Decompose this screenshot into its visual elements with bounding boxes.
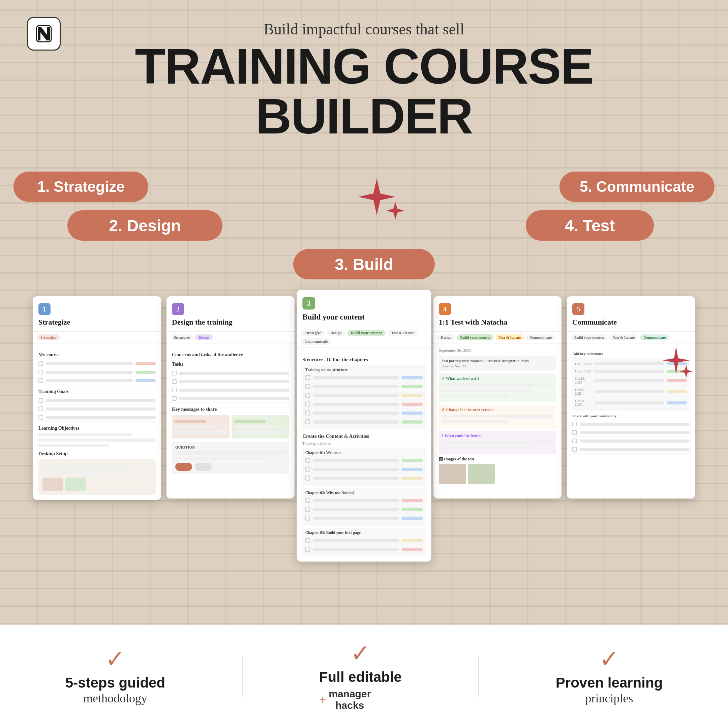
nav-item[interactable]: Communicate (301, 338, 331, 345)
mock-item (572, 428, 690, 437)
nav-item[interactable]: Strategize (301, 330, 324, 336)
step-3-pill[interactable]: 3. Build (293, 249, 435, 279)
step-2-pill[interactable]: 2. Design (67, 210, 222, 241)
steps-section: 1. Strategize 2. Design 3. Build 4. Test… (0, 148, 728, 289)
card-1-nav: Strategize (33, 332, 161, 343)
content-line (38, 433, 132, 436)
card-2-body: Concerns and tasks of the audience Tasks… (167, 343, 295, 479)
feature-1-sublabel: methodology (66, 691, 165, 705)
mock-item (172, 394, 289, 403)
mock-item (305, 418, 423, 426)
step-1-label: 1. Strategize (37, 178, 124, 195)
nav-design[interactable]: Design (195, 334, 213, 340)
card-1-header: 1 Strategize (33, 296, 161, 332)
mock-item (305, 536, 423, 545)
nav-item[interactable]: Test & Iterate (609, 334, 638, 340)
mock-item (305, 465, 423, 474)
mock-item (38, 413, 156, 422)
mock-item (572, 445, 690, 454)
sparkle-decoration (356, 175, 410, 229)
nav-item[interactable]: Communicate (526, 334, 555, 340)
card-1-title: Strategize (38, 318, 156, 327)
content-line (174, 425, 216, 428)
card-4-number: 4 (439, 303, 451, 315)
feature-principles: ✓ Proven learning principles (556, 647, 662, 705)
mock-item (305, 456, 423, 465)
nav-item[interactable]: Design (327, 330, 345, 336)
feature-3-label: Proven learning (556, 674, 662, 691)
step-3-label: 3. Build (335, 255, 393, 274)
checkmark-2: ✓ (350, 642, 370, 665)
step-2-label: 2. Design (109, 216, 180, 235)
mock-item (305, 391, 423, 400)
mock-item (38, 359, 156, 368)
section-tasks: Tasks (172, 362, 289, 367)
card-1-body: My course Training Goals Learning Object… (33, 343, 161, 500)
card-3-body: Structure - Define the chapters Training… (297, 348, 431, 561)
card-3-header: 3 Build your content (297, 290, 431, 327)
card-4-title: 1:1 Test with Natacha (439, 318, 556, 327)
mock-item (38, 396, 156, 405)
mock-item (305, 514, 423, 522)
nav-item[interactable]: Design (437, 334, 455, 340)
bottom-section: ✓ 5-steps guided methodology ✓ Full edit… (0, 625, 728, 728)
checkmark-1: ✓ (105, 647, 125, 671)
subtitle: Build impactful courses that sell (263, 20, 464, 38)
card-1-number: 1 (38, 303, 50, 315)
content-line (442, 383, 554, 387)
mock-item (38, 376, 156, 385)
checkmark-3: ✓ (599, 647, 619, 671)
card-4-body: September 26, 2023 Test participants: Na… (433, 343, 561, 489)
card-1-section4: Desktop Setup (38, 451, 156, 457)
content-line (442, 420, 509, 423)
manager-hacks-logo: + managerhacks (319, 688, 402, 711)
content-line (38, 439, 156, 442)
nav-communicate[interactable]: Communicate (640, 334, 669, 340)
card-2-number: 2 (172, 303, 184, 315)
section-structure: Structure - Define the chapters (302, 357, 425, 362)
mock-item (38, 405, 156, 413)
card-5-number: 5 (572, 303, 584, 315)
card-3-nav: Strategize Design Build your content Tes… (297, 327, 431, 348)
content-line (38, 444, 109, 447)
nav-item[interactable]: Test & Iterate (388, 330, 418, 336)
nav-test[interactable]: Test & Iterate (496, 334, 525, 340)
nav-item[interactable]: Strategize (171, 334, 193, 340)
content-line (234, 430, 286, 434)
mock-item (572, 420, 690, 428)
mock-item (172, 369, 289, 378)
mock-item (38, 368, 156, 376)
card-strategize: 1 Strategize Strategize My course Traini… (33, 296, 161, 500)
card-1-section3: Learning Objectives (38, 426, 156, 431)
feature-1-label: 5-steps guided (66, 674, 165, 691)
mock-item (305, 505, 423, 514)
card-4-nav: Design Build your content Test & Iterate… (433, 332, 561, 343)
nav-build[interactable]: Build your content (347, 330, 385, 336)
nav-strategize[interactable]: Strategize (37, 334, 60, 340)
step-5-pill[interactable]: 5. Communicate (560, 171, 714, 202)
mock-item (305, 382, 423, 391)
divider-2 (478, 656, 479, 697)
section-key-messages: Key messages to share (172, 407, 289, 412)
card-3-title: Build your content (302, 312, 425, 321)
content-line (442, 440, 554, 444)
nav-item[interactable]: Build your content (571, 334, 607, 340)
nav-item[interactable]: Build your content (457, 334, 493, 340)
feature-2-label: Full editable (319, 669, 402, 685)
content-line (442, 388, 531, 392)
feature-3-sublabel: principles (556, 691, 662, 705)
card-test: 4 1:1 Test with Natacha Design Build you… (433, 296, 561, 499)
step-4-pill[interactable]: 4. Test (526, 210, 654, 241)
mock-item (172, 378, 289, 386)
sparkle-small (653, 341, 693, 382)
card-5-body: Add key milestones Oct 3, 2023 Oct 8, 20… (567, 343, 695, 458)
card-1-section2: Training Goals (38, 389, 156, 394)
section-create: Create the Content & Activities (302, 433, 425, 439)
mock-item: Oct 20, 2023 (575, 398, 687, 408)
content-line (175, 451, 286, 455)
content-line (234, 425, 276, 428)
card-5-title: Communicate (572, 318, 690, 327)
mock-item (305, 373, 423, 382)
step-1-pill[interactable]: 1. Strategize (14, 171, 148, 202)
content-line (175, 457, 263, 460)
